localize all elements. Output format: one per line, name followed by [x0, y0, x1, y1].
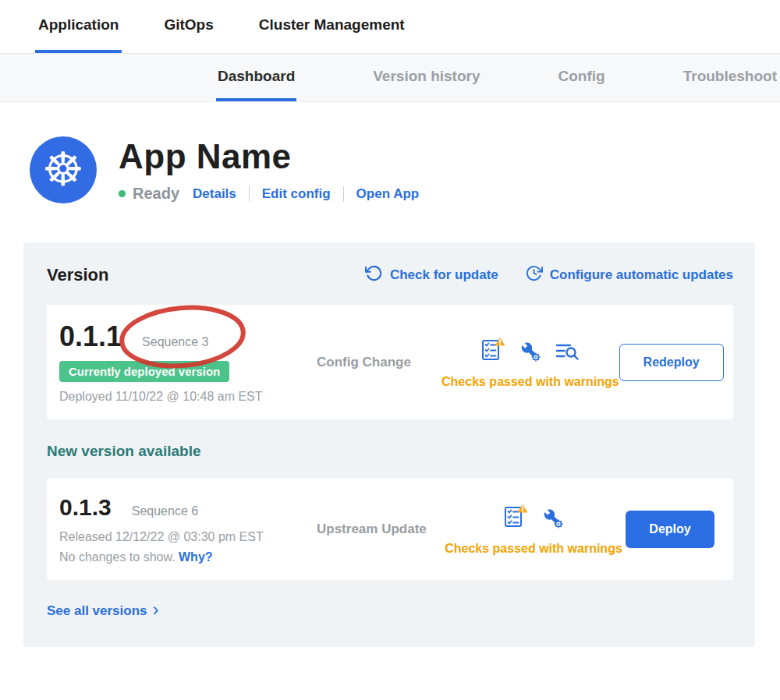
tab-version-history[interactable]: Version history — [371, 54, 481, 101]
configure-automatic-updates-label: Configure automatic updates — [550, 267, 733, 283]
see-all-versions-link[interactable]: See all versions › — [47, 602, 159, 620]
tab-troubleshoot[interactable]: Troubleshoot — [682, 54, 778, 101]
details-link[interactable]: Details — [193, 186, 236, 202]
see-all-versions-label: See all versions — [47, 603, 147, 619]
current-version-card: 0.1.1 Sequence 3 Currently deployed vers… — [47, 305, 733, 419]
app-header: ☸ App Name Ready Details Edit config Ope… — [30, 136, 780, 203]
configure-automatic-updates-button[interactable]: Configure automatic updates — [525, 264, 733, 286]
config-wrench-gear-icon[interactable] — [541, 507, 565, 532]
refresh-icon — [365, 264, 383, 286]
deploy-button[interactable]: Deploy — [626, 511, 714, 548]
new-version-heading: New version available — [47, 443, 733, 460]
new-version-card: 0.1.3 Sequence 6 Released 12/12/22 @ 03:… — [47, 479, 733, 580]
chevron-right-icon: › — [153, 600, 159, 619]
app-title: App Name — [119, 138, 419, 175]
new-version-number: 0.1.3 — [59, 494, 112, 521]
tab-dashboard[interactable]: Dashboard — [216, 54, 296, 101]
version-panel-title: Version — [47, 265, 108, 285]
no-changes-text: No changes to show. — [59, 550, 176, 564]
deployed-timestamp: Deployed 11/10/22 @ 10:48 am EST — [59, 390, 317, 404]
redeploy-button[interactable]: Redeploy — [619, 344, 724, 381]
check-for-update-label: Check for update — [390, 267, 498, 283]
top-nav-application[interactable]: Application — [35, 0, 122, 53]
current-version-sequence: Sequence 3 — [142, 335, 208, 349]
top-nav: Application GitOps Cluster Management — [0, 0, 780, 54]
sub-nav: Dashboard Version history Config Trouble… — [0, 54, 780, 102]
tab-config[interactable]: Config — [557, 54, 607, 101]
released-timestamp: Released 12/12/22 @ 03:30 pm EST — [59, 530, 317, 544]
view-diff-search-icon[interactable] — [555, 339, 581, 366]
link-separator — [249, 186, 250, 202]
preflight-checks-warning-icon[interactable] — [502, 503, 529, 532]
change-type-label: Upstream Update — [317, 521, 441, 537]
edit-config-link[interactable]: Edit config — [262, 186, 331, 202]
change-type-label: Config Change — [317, 355, 441, 370]
why-link[interactable]: Why? — [179, 550, 213, 564]
current-version-number: 0.1.1 — [59, 320, 122, 353]
top-nav-cluster-management[interactable]: Cluster Management — [256, 0, 408, 53]
top-nav-gitops[interactable]: GitOps — [161, 0, 216, 53]
status-ready-dot-icon — [119, 190, 126, 197]
currently-deployed-badge: Currently deployed version — [59, 361, 229, 382]
checks-status-text: Checks passed with warnings — [445, 542, 622, 556]
version-panel: Version Check for update Configure autom… — [23, 242, 755, 647]
open-app-link[interactable]: Open App — [356, 186, 420, 202]
kubernetes-logo-icon: ☸ — [30, 136, 97, 203]
check-for-update-button[interactable]: Check for update — [365, 264, 498, 286]
new-version-sequence: Sequence 6 — [132, 504, 198, 518]
config-wrench-gear-icon[interactable] — [519, 341, 542, 366]
link-separator — [343, 186, 344, 202]
status-text: Ready — [133, 185, 179, 203]
checks-status-text: Checks passed with warnings — [441, 375, 619, 389]
preflight-checks-warning-icon[interactable] — [480, 336, 506, 366]
auto-update-clock-icon — [525, 264, 543, 286]
